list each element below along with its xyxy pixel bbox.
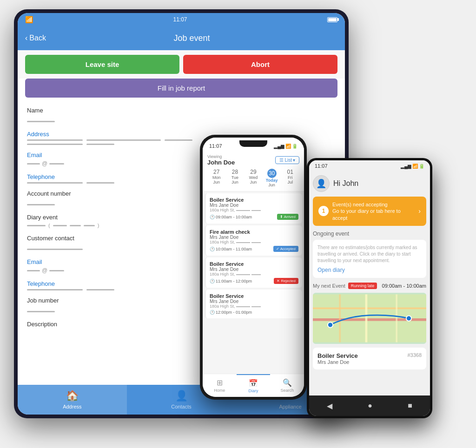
event-title: Fire alarm check [210,229,298,235]
notification-card[interactable]: 1 Event(s) need accepting Go to your dia… [313,197,426,226]
home-nav-button[interactable]: ● [368,402,372,410]
abort-button[interactable]: Abort [183,55,337,74]
home-nav-label: Home [214,388,225,393]
nav-address-label: Address [63,404,81,409]
diary-header: Viewing John Doe ☰ List ▾ 27 Mon Jun 28 … [203,152,304,191]
chevron-down-icon: ▾ [293,158,295,163]
search-nav-label: Search [280,388,294,393]
svg-rect-2 [313,307,426,309]
phone2-android-nav: ◀ ● ■ [309,395,430,416]
event-customer: Mrs Jane Doe [210,235,298,240]
address-line3 [165,139,192,141]
battery-icon3: 🔋 [419,164,424,169]
avatar-icon: 👤 [316,178,326,189]
name-value [27,121,55,122]
event-card[interactable]: Fire alarm check Mrs Jane Doe 180a High … [205,225,302,256]
event-info-title: Boiler Service [317,352,358,359]
home-icon: 🏠 [66,390,79,402]
svg-rect-5 [396,294,397,342]
arrived-icon: ⬆ [280,215,283,219]
back-arrow-icon: ‹ [25,34,27,42]
diary-day-today[interactable]: 30 Today Jun [263,168,281,188]
notif-line2: Go to your diary or tab here to accept [332,208,415,221]
phone1-nav-home[interactable]: ⊞ Home [203,374,237,397]
clock-icon: 🕐 [210,247,215,251]
nav-contacts-label: Contacts [171,404,191,409]
next-event-row: My next Event Running late 09:00am - 10:… [313,283,426,289]
diary-days: 27 Mon Jun 28 Tue Jun 29 Wed Jun 30 Toda… [207,168,299,188]
fill-report-button[interactable]: Fill in job report [25,79,337,98]
phone1-nav-search[interactable]: 🔍 Search [270,374,304,397]
notification-count: 1 [318,206,329,216]
ongoing-card: There are no estimates/jobs currently ma… [313,240,426,278]
event-time: 🕐 09:00am - 10:00am [210,215,252,219]
back-nav-button[interactable]: ◀ [327,402,332,410]
signal-icon: ▂▄▆ [401,164,411,169]
next-event-label: My next Event [313,283,345,289]
phone1-nav-diary[interactable]: 📅 Diary [237,374,271,397]
email-domain [49,163,64,165]
telephone2-value1 [27,289,83,290]
back-button[interactable]: ‹ Back [25,34,46,42]
wifi-icon: 📶 [25,16,33,23]
greeting-row: 👤 Hi John [313,175,426,192]
event-title: Boiler Service [210,261,298,267]
address-line4 [27,144,83,145]
diary-val3 [70,225,81,226]
svg-rect-3 [365,294,368,342]
open-diary-link[interactable]: Open diary [317,267,422,273]
event-address: 160a High St, [210,208,298,212]
nav-address[interactable]: 🏠 Address [18,385,127,415]
accepted-icon: ✓ [276,247,279,251]
event-customer: Mrs Jane Doe [210,203,298,208]
diary-val4 [84,225,95,226]
event-address: 180a High St, [210,304,298,309]
next-event-time: 09:00am - 10:00am [382,283,426,289]
diary-day-tue[interactable]: 28 Tue Jun [226,168,245,188]
list-button[interactable]: ☰ List ▾ [275,156,299,164]
name-label: Name [27,107,336,114]
event-address: 180a High St, [210,272,298,277]
clock-icon: 🕐 [210,215,215,219]
email2-domain [49,270,64,271]
map-svg [313,293,426,344]
phone1-bottom-nav: ⊞ Home 📅 Diary 🔍 Search [203,374,304,397]
clock-icon: 🕐 [210,310,215,315]
event-card[interactable]: Boiler Service Mrs Jane Doe 180a High St… [205,257,302,288]
page-title: Job event [46,33,337,43]
phone1-diary: 11:07 ▂▄▆ 📶 🔋 Viewing John Doe ☰ List ▾ [200,135,307,400]
ongoing-section-title: Ongoing event [313,231,426,237]
tablet-header: ‹ Back Job event [18,26,345,50]
recent-nav-button[interactable]: ■ [408,402,412,410]
diary-nav-label: Diary [249,389,258,393]
phone2-time: 11:07 [315,163,328,169]
event-card[interactable]: Boiler Service Mrs Jane Doe 160a High St… [205,193,302,224]
event-info-card[interactable]: Boiler Service #3368 Mrs Jane Doe [313,348,426,369]
address-line5 [86,144,114,145]
event-info-row: Boiler Service #3368 [317,352,422,359]
leave-site-button[interactable]: Leave site [25,55,179,74]
viewing-info: Viewing John Doe [207,154,235,166]
event-card[interactable]: Boiler Service Mrs Jane Doe 180a High St… [205,290,302,318]
phone1-notch [239,140,267,147]
signal-icons: ▂▄▆ 📶 🔋 [274,144,298,149]
nav-appliance-label: Appliance [279,404,302,409]
rejected-icon: ✕ [277,279,280,283]
diary-day-wed[interactable]: 29 Wed Jun [244,168,263,188]
diary-day-mon[interactable]: 27 Mon Jun [207,168,226,188]
wifi-icon2: 📶 [285,144,291,149]
list-icon: ☰ [279,158,284,163]
telephone2-value2 [86,289,114,290]
diary-day-fri[interactable]: 01 Fri Jul [281,168,299,188]
contacts-icon: 👤 [175,390,188,402]
svg-point-7 [406,316,411,321]
notif-line1: Event(s) need accepting [332,201,415,208]
job-number-value [27,311,55,312]
at-sign: @ [42,160,47,167]
search-nav-icon: 🔍 [283,378,292,387]
diary-nav-icon: 📅 [249,379,258,388]
email-prefix [27,163,40,165]
tablet-time: 11:07 [173,16,187,23]
rejected-badge: ✕ Rejected [274,278,298,284]
chevron-right-icon: › [418,207,421,215]
